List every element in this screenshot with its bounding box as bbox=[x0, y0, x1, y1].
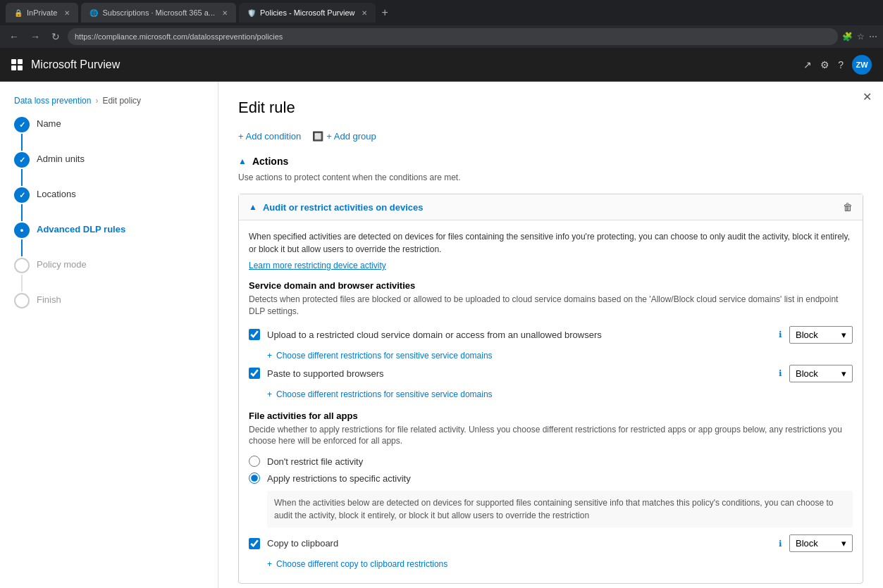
audit-box-collapse-icon[interactable]: ▲ bbox=[249, 202, 257, 212]
upload-dropdown-chevron: ▾ bbox=[841, 330, 846, 340]
audit-box-content: When specified activities are detected o… bbox=[239, 220, 863, 583]
audit-box-link[interactable]: Learn more restricting device activity bbox=[249, 261, 386, 270]
tab-purview[interactable]: 🛡️ Policies - Microsoft Purview ✕ bbox=[239, 3, 376, 23]
paste-option-row: Paste to supported browsers ℹ Block ▾ bbox=[249, 365, 853, 382]
paste-add-link[interactable]: + Choose different restrictions for sens… bbox=[267, 389, 853, 399]
main-area: Data loss prevention › Edit policy ✓ Nam… bbox=[0, 82, 883, 588]
wizard-steps: ✓ Name ✓ Admin units ✓ bbox=[0, 117, 218, 308]
step-label-finish[interactable]: Finish bbox=[37, 293, 61, 305]
step-circle-finish bbox=[14, 293, 30, 308]
add-group-icon: 🔲 bbox=[312, 131, 323, 142]
gear-icon[interactable]: ⚙ bbox=[820, 59, 829, 70]
paste-checkbox[interactable] bbox=[249, 368, 260, 379]
step-circle-admin: ✓ bbox=[14, 152, 30, 168]
browser-actions: 🧩 ☆ ⋯ bbox=[842, 32, 877, 42]
step-line-admin bbox=[21, 169, 23, 186]
clipboard-dropdown[interactable]: Block ▾ bbox=[789, 534, 853, 552]
audit-box-delete-icon[interactable]: 🗑 bbox=[843, 201, 853, 213]
step-indicator-name: ✓ bbox=[14, 117, 30, 152]
step-indicator-locations: ✓ bbox=[14, 187, 30, 223]
apply-restrictions-subdesc: When the activities below are detected o… bbox=[267, 491, 853, 527]
app-title: Microsoft Purview bbox=[31, 58, 120, 71]
upload-info-icon[interactable]: ℹ bbox=[779, 330, 782, 339]
step-circle-name: ✓ bbox=[14, 117, 30, 132]
share-icon[interactable]: ↗ bbox=[803, 59, 812, 70]
step-indicator-policy bbox=[14, 258, 30, 293]
paste-info-icon[interactable]: ℹ bbox=[779, 368, 782, 378]
step-label-admin[interactable]: Admin units bbox=[37, 152, 85, 164]
extensions-icon[interactable]: 🧩 bbox=[842, 32, 853, 42]
address-bar[interactable]: https://compliance.microsoft.com/datalos… bbox=[68, 28, 838, 45]
step-label-locations[interactable]: Locations bbox=[37, 187, 76, 199]
actions-section-title: Actions bbox=[252, 156, 288, 167]
wizard-step-name: ✓ Name bbox=[14, 117, 204, 152]
favorites-icon[interactable]: ☆ bbox=[857, 32, 865, 42]
wizard-step-policy: Policy mode bbox=[14, 258, 204, 293]
paste-add-label: Choose different restrictions for sensit… bbox=[276, 389, 493, 399]
waffle-icon[interactable] bbox=[11, 59, 23, 70]
audit-box: ▲ Audit or restrict activities on device… bbox=[238, 194, 863, 584]
tab-close-icon[interactable]: ✕ bbox=[64, 9, 70, 17]
tab-inprivate-label: InPrivate bbox=[27, 8, 57, 17]
audit-box-title-row: ▲ Audit or restrict activities on device… bbox=[249, 202, 423, 213]
breadcrumb-current: Edit policy bbox=[102, 96, 141, 106]
add-group-button[interactable]: 🔲 + Add group bbox=[312, 131, 376, 142]
paste-dropdown-chevron: ▾ bbox=[841, 368, 846, 379]
actions-section-header: ▲ Actions bbox=[238, 156, 863, 167]
settings-icon[interactable]: ⋯ bbox=[869, 32, 877, 42]
browser-chrome: 🔒 InPrivate ✕ 🌐 Subscriptions · Microsof… bbox=[0, 0, 883, 25]
tab-close-icon[interactable]: ✕ bbox=[362, 9, 367, 17]
add-condition-button[interactable]: + Add condition bbox=[238, 131, 301, 142]
clipboard-option-main: Copy to clipboard ℹ bbox=[249, 538, 782, 549]
apply-restrictions-radio[interactable] bbox=[249, 473, 260, 484]
content-area: ✕ Edit rule + Add condition 🔲 + Add grou… bbox=[218, 82, 883, 588]
upload-option-label: Upload to a restricted cloud service dom… bbox=[267, 330, 769, 340]
app-header: Microsoft Purview ↗ ⚙ ? ZW bbox=[0, 48, 883, 82]
upload-add-link[interactable]: + Choose different restrictions for sens… bbox=[267, 351, 853, 361]
step-label-advanced[interactable]: Advanced DLP rules bbox=[37, 223, 125, 234]
step-line-advanced bbox=[21, 239, 23, 256]
step-indicator-finish bbox=[14, 293, 30, 308]
reload-button[interactable]: ↻ bbox=[48, 30, 63, 44]
file-activities-desc: Decide whether to apply restrictions for… bbox=[249, 424, 853, 448]
forward-button[interactable]: → bbox=[27, 30, 44, 44]
clipboard-dropdown-value: Block bbox=[796, 538, 818, 549]
upload-dropdown[interactable]: Block ▾ bbox=[789, 326, 853, 344]
back-button[interactable]: ← bbox=[6, 30, 23, 44]
paste-dropdown[interactable]: Block ▾ bbox=[789, 365, 853, 382]
clipboard-option-label: Copy to clipboard bbox=[267, 538, 769, 549]
audit-box-header: ▲ Audit or restrict activities on device… bbox=[239, 194, 863, 220]
actions-collapse-icon[interactable]: ▲ bbox=[238, 156, 247, 166]
header-icons: ↗ ⚙ ? ZW bbox=[803, 55, 872, 75]
new-tab-button[interactable]: + bbox=[381, 6, 388, 19]
app-container: Microsoft Purview ↗ ⚙ ? ZW Data loss pre… bbox=[0, 48, 883, 588]
dont-restrict-radio[interactable] bbox=[249, 456, 260, 467]
tab-close-icon[interactable]: ✕ bbox=[222, 9, 228, 17]
tab-subscriptions[interactable]: 🌐 Subscriptions · Microsoft 365 a... ✕ bbox=[81, 3, 236, 23]
address-text: https://compliance.microsoft.com/datalos… bbox=[75, 32, 283, 41]
step-circle-locations: ✓ bbox=[14, 187, 30, 203]
panel-close-button[interactable]: ✕ bbox=[863, 90, 872, 104]
tab-inprivate[interactable]: 🔒 InPrivate ✕ bbox=[6, 3, 78, 23]
step-circle-advanced: ● bbox=[14, 223, 30, 238]
upload-option-row: Upload to a restricted cloud service dom… bbox=[249, 326, 853, 344]
upload-checkbox[interactable] bbox=[249, 329, 260, 340]
audit-box-title: Audit or restrict activities on devices bbox=[263, 202, 424, 213]
toolbar: + Add condition 🔲 + Add group bbox=[238, 131, 863, 142]
actions-section-desc: Use actions to protect content when the … bbox=[238, 173, 863, 182]
wizard-step-advanced: ● Advanced DLP rules bbox=[14, 223, 204, 258]
clipboard-add-link[interactable]: + Choose different copy to clipboard res… bbox=[267, 559, 853, 569]
upload-option-main: Upload to a restricted cloud service dom… bbox=[249, 329, 782, 340]
service-domain-title: Service domain and browser activities bbox=[249, 280, 853, 291]
step-label-name[interactable]: Name bbox=[37, 117, 61, 129]
upload-add-icon: + bbox=[267, 351, 272, 361]
user-avatar[interactable]: ZW bbox=[852, 55, 872, 75]
clipboard-dropdown-chevron: ▾ bbox=[841, 538, 846, 549]
help-icon[interactable]: ? bbox=[838, 59, 844, 70]
breadcrumb-separator: › bbox=[95, 96, 98, 106]
step-label-policy[interactable]: Policy mode bbox=[37, 258, 87, 270]
clipboard-info-icon[interactable]: ℹ bbox=[779, 539, 782, 549]
clipboard-checkbox[interactable] bbox=[249, 538, 260, 549]
step-line-name bbox=[21, 134, 23, 151]
breadcrumb-parent[interactable]: Data loss prevention bbox=[14, 96, 91, 106]
